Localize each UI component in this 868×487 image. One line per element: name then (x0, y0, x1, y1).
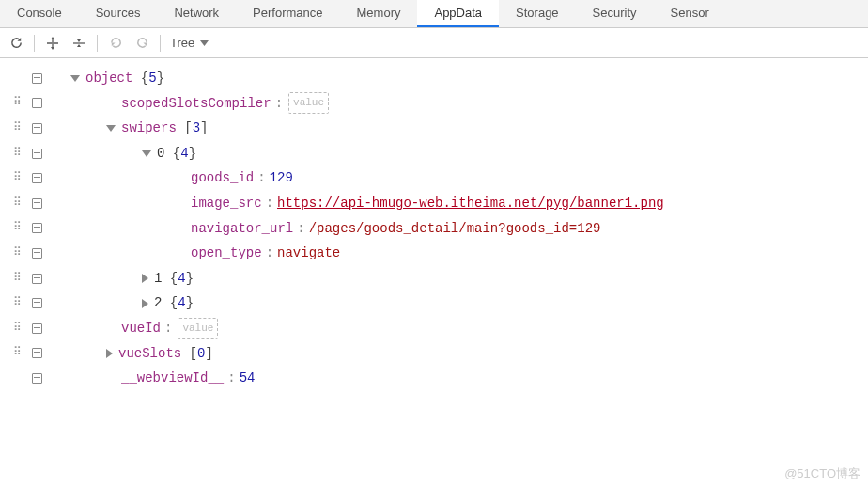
tree-node-item0[interactable]: ⠿ 0 {4} (11, 141, 868, 166)
undo-icon[interactable] (107, 35, 124, 52)
separator (34, 35, 35, 52)
row-marker-icon (32, 298, 42, 308)
drag-handle-icon[interactable]: ⠿ (11, 243, 23, 264)
row-marker-icon (32, 198, 42, 209)
data-tree: ⠿ object {5} ⠿ scopedSlotsCompiler: valu… (0, 58, 868, 391)
tab-sources[interactable]: Sources (79, 0, 158, 27)
caret-open-icon[interactable] (106, 125, 116, 132)
drag-handle-icon[interactable]: ⠿ (11, 143, 23, 165)
tree-node-goods-id[interactable]: ⠿ goods_id: 129 (11, 165, 868, 191)
value-placeholder[interactable]: value (288, 92, 329, 114)
caret-open-icon[interactable] (70, 75, 80, 82)
row-marker-icon (32, 173, 42, 183)
row-marker-icon (32, 274, 42, 284)
drag-handle-icon[interactable]: ⠿ (11, 217, 23, 239)
caret-closed-icon[interactable] (142, 299, 148, 308)
tree-node-open-type[interactable]: ⠿ open_type: navigate (11, 241, 868, 266)
tab-storage[interactable]: Storage (499, 0, 576, 27)
caret-closed-icon[interactable] (106, 349, 113, 358)
tree-node-scopedslots[interactable]: ⠿ scopedSlotsCompiler: value (11, 91, 868, 117)
tree-node-root[interactable]: ⠿ object {5} (11, 66, 868, 91)
row-marker-icon (32, 248, 42, 259)
caret-closed-icon[interactable] (142, 274, 148, 283)
drag-handle-icon[interactable]: ⠿ (11, 92, 23, 114)
tree-node-swipers[interactable]: ⠿ swipers [3] (11, 116, 868, 141)
tab-memory[interactable]: Memory (340, 0, 418, 27)
row-marker-icon (32, 149, 42, 159)
tree-node-vueslots[interactable]: ⠿ vueSlots [0] (11, 341, 868, 367)
row-marker-icon (32, 73, 42, 84)
tree-node-vueid[interactable]: ⠿ vueId: value (11, 316, 868, 341)
row-marker-icon (32, 323, 42, 334)
drag-handle-icon[interactable]: ⠿ (11, 268, 23, 290)
row-marker-icon (32, 223, 42, 233)
redo-icon[interactable] (133, 35, 150, 52)
separator (97, 35, 98, 52)
row-marker-icon (32, 348, 42, 358)
row-marker-icon (32, 373, 42, 384)
tab-security[interactable]: Security (576, 0, 654, 27)
tab-sensor[interactable]: Sensor (654, 0, 726, 27)
url-link[interactable]: https://api-hmugo-web.itheima.net/pyg/ba… (277, 191, 664, 216)
tree-node-image-src[interactable]: ⠿ image_src: https://api-hmugo-web.ithei… (11, 191, 868, 216)
tab-network[interactable]: Network (157, 0, 236, 27)
drag-handle-icon[interactable]: ⠿ (11, 292, 23, 314)
view-mode-select[interactable]: Tree (170, 36, 209, 50)
tree-node-item2[interactable]: ⠿ 2 {4} (11, 291, 868, 316)
expand-all-icon[interactable] (44, 35, 61, 52)
tab-appdata[interactable]: AppData (417, 0, 499, 27)
drag-handle-icon[interactable]: ⠿ (11, 167, 23, 189)
caret-open-icon[interactable] (142, 150, 151, 157)
tree-node-item1[interactable]: ⠿ 1 {4} (11, 266, 868, 291)
toolbar: Tree (0, 28, 868, 58)
tree-node-webviewid[interactable]: ⠿ __webviewId__: 54 (11, 366, 868, 391)
drag-handle-icon[interactable]: ⠿ (11, 118, 23, 139)
row-marker-icon (32, 123, 42, 134)
separator (160, 35, 161, 52)
value-placeholder[interactable]: value (178, 318, 218, 339)
tab-performance[interactable]: Performance (236, 0, 339, 27)
chevron-down-icon (200, 40, 209, 46)
collapse-all-icon[interactable] (70, 35, 87, 52)
drag-handle-icon[interactable]: ⠿ (11, 342, 23, 364)
watermark: @51CTO博客 (784, 465, 860, 482)
view-mode-label: Tree (170, 36, 194, 50)
devtools-tabs: Console Sources Network Performance Memo… (0, 0, 868, 28)
row-marker-icon (32, 98, 42, 108)
reload-icon[interactable] (8, 35, 24, 52)
drag-handle-icon[interactable]: ⠿ (11, 193, 23, 214)
tab-console[interactable]: Console (0, 0, 79, 27)
tree-node-navigator-url[interactable]: ⠿ navigator_url: /pages/goods_detail/mai… (11, 216, 868, 242)
drag-handle-icon[interactable]: ⠿ (11, 318, 23, 339)
